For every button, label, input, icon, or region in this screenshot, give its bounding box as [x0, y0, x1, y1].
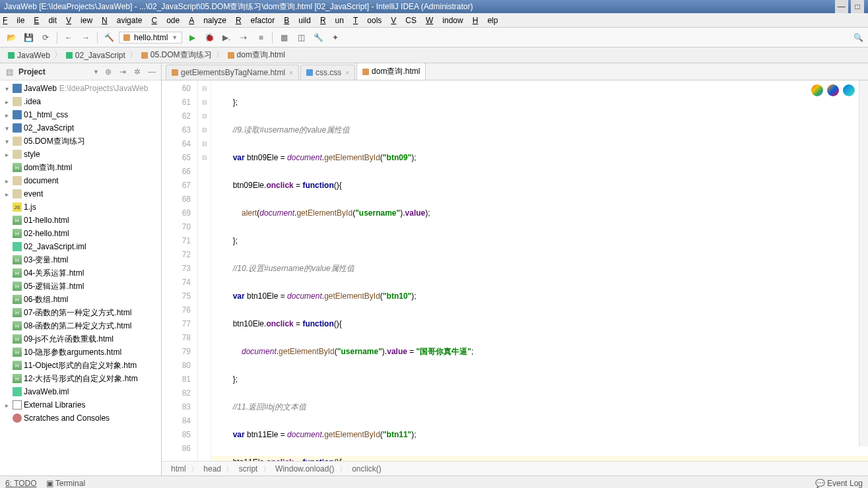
menu-window[interactable]: Window	[426, 16, 463, 25]
gear-icon[interactable]: ✲	[132, 67, 143, 76]
code-lines[interactable]: }; //9.读取#username的value属性值 var btn09Ele…	[211, 80, 868, 461]
menu-tools[interactable]: Tools	[353, 16, 382, 25]
debug-icon[interactable]: 🐞	[202, 30, 217, 45]
menu-run[interactable]: Run	[320, 16, 344, 25]
run-icon[interactable]: ▶	[185, 30, 199, 45]
menu-vcs[interactable]: VCS	[391, 16, 417, 25]
stop-icon[interactable]: ■	[253, 30, 268, 45]
undo-icon[interactable]: ←	[61, 30, 76, 45]
project-sidebar: ▤ Project ▼ ⊕ ⇥ ✲ — ▾JavaWebE:\IdeaProje…	[0, 63, 162, 475]
tree-node[interactable]: ·Hdom查询.html	[0, 161, 161, 174]
window-title: JavaWeb [E:\IdeaProjects\JavaWeb] - ...\…	[4, 0, 473, 13]
redo-icon[interactable]: →	[79, 30, 93, 45]
project-structure-icon[interactable]: ▦	[277, 30, 291, 45]
nav-crumb[interactable]: dom查询.html	[224, 49, 289, 61]
browser-icons	[811, 84, 855, 96]
code-editor[interactable]: 6061626364656667686970717273747576777879…	[162, 80, 868, 461]
vcs-icon[interactable]: ◫	[294, 30, 308, 45]
todo-tab[interactable]: 6: TODO	[5, 479, 37, 488]
editor-area: getElementsByTagName.html×css.css×dom查询.…	[162, 63, 868, 475]
collapse-icon[interactable]: ⇥	[117, 67, 128, 76]
build-icon[interactable]: 🔨	[102, 30, 116, 45]
menu-view[interactable]: View	[66, 16, 92, 25]
open-icon[interactable]: 📂	[4, 30, 18, 45]
menu-build[interactable]: Build	[284, 16, 311, 25]
menu-navigate[interactable]: Navigate	[102, 16, 142, 25]
breadcrumb-item[interactable]: head	[203, 464, 221, 473]
run-config-combo[interactable]: hello.html ▼	[119, 32, 182, 44]
run-profile-icon[interactable]: ▶.	[219, 30, 234, 45]
editor-breadcrumb[interactable]: html 〉 head 〉 script 〉 Window.onload() 〉…	[162, 461, 868, 475]
project-tree[interactable]: ▾JavaWebE:\IdeaProjects\JavaWeb▸.idea▸01…	[0, 80, 161, 475]
breadcrumb-item[interactable]: html	[171, 464, 186, 473]
nav-crumb[interactable]: 02_JavaScript	[62, 51, 129, 60]
menu-file[interactable]: File	[3, 16, 24, 25]
line-gutter: 6061626364656667686970717273747576777879…	[162, 80, 198, 461]
menu-code[interactable]: Code	[151, 16, 180, 25]
breadcrumb-item[interactable]: onclick()	[352, 464, 382, 473]
event-log-link[interactable]: 💬 Event Log	[815, 479, 863, 488]
tree-node[interactable]: ▾05.DOM查询练习	[0, 135, 161, 148]
tree-node[interactable]: ·02_JavaScript.iml	[0, 240, 161, 253]
menu-help[interactable]: Help	[473, 16, 498, 25]
save-icon[interactable]: 💾	[21, 30, 36, 45]
terminal-tab[interactable]: ▣ Terminal	[46, 479, 85, 488]
tree-node[interactable]: ▸document	[0, 174, 161, 187]
breadcrumb-item[interactable]: Window.onload()	[275, 464, 334, 473]
tree-node[interactable]: ▸.idea	[0, 95, 161, 108]
nav-crumb[interactable]: JavaWeb	[4, 51, 54, 60]
editor-tab[interactable]: getElementsByTagName.html×	[166, 65, 299, 80]
maximize-button[interactable]: □	[851, 0, 864, 13]
search-icon[interactable]: 🔍	[852, 30, 864, 45]
editor-marker-strip	[859, 80, 868, 446]
refresh-icon[interactable]: ⟳	[38, 30, 53, 45]
hide-icon[interactable]: —	[147, 67, 157, 76]
menu-refactor[interactable]: Refactor	[236, 16, 275, 25]
fold-gutter[interactable]: ⊟⊟⊟⊟⊟⊟	[198, 80, 211, 461]
project-icon: ▤	[4, 67, 15, 76]
tree-node[interactable]: ·H10-隐形参数arguments.html	[0, 346, 161, 359]
settings-icon[interactable]: 🔧	[311, 30, 325, 45]
tree-node[interactable]: ·H04-关系运算.html	[0, 266, 161, 280]
editor-tab[interactable]: dom查询.html	[356, 63, 426, 80]
tree-node[interactable]: ▸External Libraries	[0, 398, 161, 412]
menu-analyze[interactable]: Analyze	[189, 16, 226, 25]
tree-node[interactable]: ▸style	[0, 148, 161, 161]
tree-node[interactable]: ·H05-逻辑运算.html	[0, 280, 161, 293]
attach-icon[interactable]: ⇢	[236, 30, 251, 45]
firefox-icon[interactable]	[827, 84, 839, 96]
tree-node[interactable]: ·H02-hello.html	[0, 227, 161, 240]
target-icon[interactable]: ⊕	[103, 67, 114, 76]
tree-node[interactable]: ▾02_JavaScript	[0, 121, 161, 135]
tree-node[interactable]: ·Scratches and Consoles	[0, 412, 161, 425]
editor-tab[interactable]: css.css×	[300, 65, 355, 80]
tree-node[interactable]: ·H11-Object形式的自定义对象.htm	[0, 359, 161, 372]
preferences-icon[interactable]: ✦	[328, 30, 343, 45]
menu-bar: FileEditViewNavigateCodeAnalyzeRefactorB…	[0, 13, 868, 28]
nav-breadcrumb: JavaWeb〉02_JavaScript〉05.DOM查询练习〉dom查询.h…	[0, 47, 868, 63]
breadcrumb-item[interactable]: script	[239, 464, 258, 473]
tree-node[interactable]: ·H09-js不允许函数重载.html	[0, 332, 161, 346]
ie-icon[interactable]	[843, 84, 855, 96]
view-mode-arrow[interactable]: ▼	[93, 69, 99, 75]
tree-node[interactable]: ·H07-函数的第一种定义方式.html	[0, 306, 161, 319]
menu-edit[interactable]: Edit	[34, 16, 57, 25]
nav-crumb[interactable]: 05.DOM查询练习	[137, 49, 216, 61]
minimize-button[interactable]: —	[835, 0, 848, 13]
tree-node[interactable]: ·H03-变量.html	[0, 253, 161, 266]
tree-node[interactable]: ▾JavaWebE:\IdeaProjects\JavaWeb	[0, 82, 161, 95]
tree-node[interactable]: ▸event	[0, 187, 161, 200]
tree-node[interactable]: ·H12-大括号形式的自定义对象.htm	[0, 372, 161, 385]
editor-tabs: getElementsByTagName.html×css.css×dom查询.…	[162, 63, 868, 80]
bottom-tool-bar: 6: TODO ▣ Terminal 💬 Event Log	[0, 475, 868, 488]
title-bar: JavaWeb [E:\IdeaProjects\JavaWeb] - ...\…	[0, 0, 868, 13]
tree-node[interactable]: ▸01_html_css	[0, 108, 161, 121]
project-tool-header: ▤ Project ▼ ⊕ ⇥ ✲ —	[0, 63, 161, 80]
tree-node[interactable]: ·H01-hello.html	[0, 214, 161, 227]
window-controls: — □	[834, 0, 864, 13]
tree-node[interactable]: ·H06-数组.html	[0, 293, 161, 306]
tree-node[interactable]: ·JS1.js	[0, 200, 161, 214]
tree-node[interactable]: ·JavaWeb.iml	[0, 385, 161, 398]
tree-node[interactable]: ·H08-函数的第二种定义方式.html	[0, 319, 161, 332]
chrome-icon[interactable]	[811, 84, 823, 96]
